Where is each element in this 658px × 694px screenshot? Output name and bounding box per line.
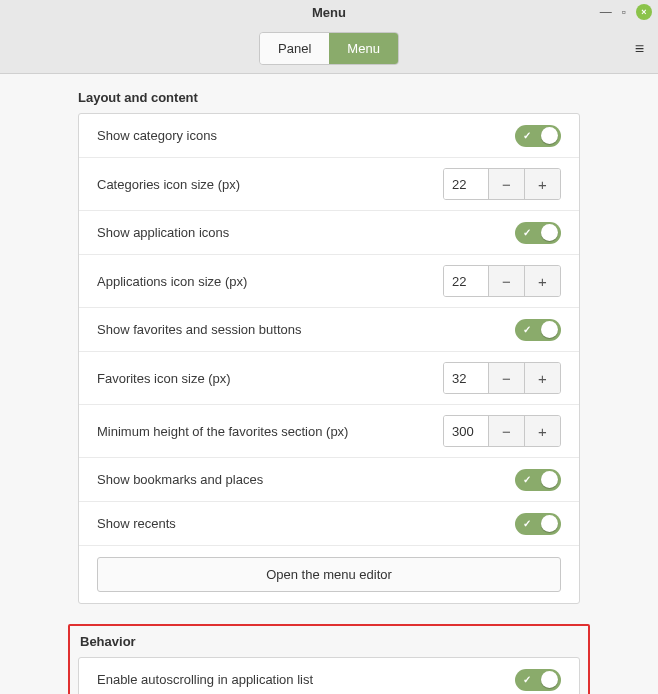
row-min-height-favorites: Minimum height of the favorites section …: [79, 405, 579, 458]
button-open-menu-editor[interactable]: Open the menu editor: [97, 557, 561, 592]
panel-behavior: Enable autoscrolling in application list…: [78, 657, 580, 694]
row-show-bookmarks: Show bookmarks and places ✓: [79, 458, 579, 502]
row-show-recents: Show recents ✓: [79, 502, 579, 546]
row-open-menu-editor: Open the menu editor: [79, 546, 579, 603]
row-favorites-icon-size: Favorites icon size (px) − +: [79, 352, 579, 405]
row-applications-icon-size: Applications icon size (px) − +: [79, 255, 579, 308]
input-categories-icon-size[interactable]: [444, 169, 488, 199]
toggle-show-application-icons[interactable]: ✓: [515, 222, 561, 244]
button-favorites-size-increment[interactable]: +: [524, 363, 560, 393]
toggle-show-recents[interactable]: ✓: [515, 513, 561, 535]
row-categories-icon-size: Categories icon size (px) − +: [79, 158, 579, 211]
button-applications-size-decrement[interactable]: −: [488, 266, 524, 296]
spinner-favorites-icon-size: − +: [443, 362, 561, 394]
row-autoscrolling: Enable autoscrolling in application list…: [79, 658, 579, 694]
maximize-icon[interactable]: ▫: [622, 5, 626, 19]
input-min-height-favorites[interactable]: [444, 416, 488, 446]
row-show-favorites-session: Show favorites and session buttons ✓: [79, 308, 579, 352]
button-categories-size-decrement[interactable]: −: [488, 169, 524, 199]
tab-panel[interactable]: Panel: [260, 33, 329, 64]
toggle-show-bookmarks[interactable]: ✓: [515, 469, 561, 491]
panel-layout: Show category icons ✓ Categories icon si…: [78, 113, 580, 604]
label-favorites-icon-size: Favorites icon size (px): [97, 371, 231, 386]
tab-menu[interactable]: Menu: [329, 33, 398, 64]
row-show-application-icons: Show application icons ✓: [79, 211, 579, 255]
input-favorites-icon-size[interactable]: [444, 363, 488, 393]
minimize-icon[interactable]: —: [600, 5, 612, 19]
section-behavior-title: Behavior: [80, 634, 580, 649]
button-min-height-increment[interactable]: +: [524, 416, 560, 446]
titlebar: Menu — ▫ ×: [0, 0, 658, 24]
label-autoscrolling: Enable autoscrolling in application list: [97, 672, 313, 687]
tab-group: Panel Menu: [259, 32, 399, 65]
highlight-behavior: Behavior Enable autoscrolling in applica…: [68, 624, 590, 694]
toggle-show-favorites-session[interactable]: ✓: [515, 319, 561, 341]
content-area: Layout and content Show category icons ✓…: [0, 74, 658, 694]
spinner-applications-icon-size: − +: [443, 265, 561, 297]
spinner-categories-icon-size: − +: [443, 168, 561, 200]
toggle-show-category-icons[interactable]: ✓: [515, 125, 561, 147]
row-show-category-icons: Show category icons ✓: [79, 114, 579, 158]
window-title: Menu: [312, 5, 346, 20]
input-applications-icon-size[interactable]: [444, 266, 488, 296]
toolbar: Panel Menu ≡: [0, 24, 658, 74]
toggle-autoscrolling[interactable]: ✓: [515, 669, 561, 691]
label-show-application-icons: Show application icons: [97, 225, 229, 240]
button-min-height-decrement[interactable]: −: [488, 416, 524, 446]
label-show-bookmarks: Show bookmarks and places: [97, 472, 263, 487]
label-applications-icon-size: Applications icon size (px): [97, 274, 247, 289]
label-show-category-icons: Show category icons: [97, 128, 217, 143]
button-favorites-size-decrement[interactable]: −: [488, 363, 524, 393]
label-categories-icon-size: Categories icon size (px): [97, 177, 240, 192]
hamburger-icon[interactable]: ≡: [635, 40, 644, 58]
label-show-favorites-session: Show favorites and session buttons: [97, 322, 302, 337]
spinner-min-height-favorites: − +: [443, 415, 561, 447]
label-min-height-favorites: Minimum height of the favorites section …: [97, 424, 348, 439]
button-categories-size-increment[interactable]: +: [524, 169, 560, 199]
label-show-recents: Show recents: [97, 516, 176, 531]
window-controls: — ▫ ×: [600, 0, 652, 24]
section-layout-title: Layout and content: [78, 90, 580, 105]
button-applications-size-increment[interactable]: +: [524, 266, 560, 296]
close-icon[interactable]: ×: [636, 4, 652, 20]
